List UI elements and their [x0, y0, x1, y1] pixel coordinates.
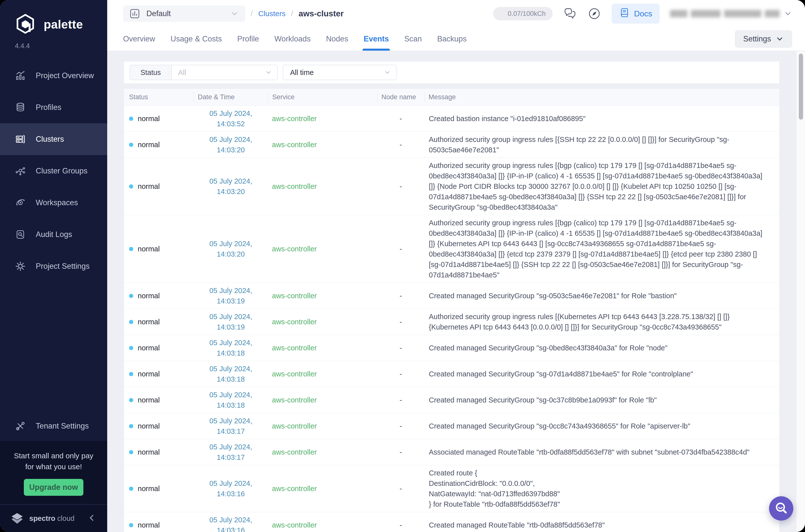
- chevron-down-icon: [784, 10, 792, 18]
- chevron-down-icon: [265, 65, 272, 80]
- service-cell: aws-controller: [268, 139, 377, 150]
- status-filter-select[interactable]: Status All: [130, 65, 278, 80]
- node-name-cell: -: [377, 181, 424, 192]
- sidebar-item-profiles[interactable]: Profiles: [0, 92, 107, 123]
- sidebar-item-project-settings[interactable]: Project Settings: [0, 250, 107, 282]
- time-line: 14:03:17: [194, 452, 268, 462]
- time-range-select[interactable]: All time: [283, 65, 397, 80]
- tab-backups[interactable]: Backups: [437, 27, 467, 51]
- message-cell: Created bastion instance "i-01ed91810af0…: [424, 113, 779, 124]
- sidebar-item-clusters[interactable]: Clusters: [0, 123, 107, 155]
- message-cell: Authorized security group ingress rules …: [424, 160, 779, 212]
- node-name-cell: -: [377, 447, 424, 457]
- status-dot-icon: [129, 294, 133, 298]
- sidebar-spacer: [0, 282, 107, 411]
- message-cell: Created managed SecurityGroup "sg-0bed8e…: [424, 343, 779, 353]
- table-row: normal05 July 2024,14:03:16aws-controlle…: [124, 512, 779, 532]
- tab-events[interactable]: Events: [364, 27, 389, 51]
- sidebar-item-project-overview[interactable]: Project Overview: [0, 60, 107, 92]
- palette-logo-icon: [14, 13, 37, 36]
- status-label: normal: [138, 290, 160, 301]
- settings-button[interactable]: Settings: [735, 30, 792, 48]
- date-cell: 05 July 2024,14:03:20: [194, 134, 268, 155]
- tab-nodes[interactable]: Nodes: [326, 27, 348, 51]
- node-name-cell: -: [377, 421, 424, 431]
- top-header: Default / Clusters / aws-cluster 0.07/10…: [107, 0, 805, 27]
- service-cell: aws-controller: [268, 520, 377, 530]
- message-cell: Created managed SecurityGroup "sg-07d1a4…: [424, 369, 779, 379]
- sidebar-footer: spectro cloud: [0, 504, 107, 532]
- message-cell: Created route { DestinationCidrBlock: "0…: [424, 468, 779, 509]
- node-name-cell: -: [377, 520, 424, 530]
- column-header-status: Status: [124, 92, 194, 102]
- message-cell: Associated managed RouteTable "rtb-0dfa8…: [424, 447, 779, 457]
- status-cell: normal: [124, 139, 194, 150]
- table-row: normal05 July 2024,14:03:20aws-controlle…: [124, 215, 779, 283]
- table-row: normal05 July 2024,14:03:18aws-controlle…: [124, 335, 779, 361]
- status-dot-icon: [129, 487, 133, 491]
- breadcrumb-current: aws-cluster: [299, 9, 344, 18]
- service-cell: aws-controller: [268, 113, 377, 124]
- status-dot-icon: [129, 247, 133, 251]
- node-name-cell: -: [377, 483, 424, 494]
- service-cell: aws-controller: [268, 181, 377, 192]
- docs-button[interactable]: Docs: [612, 4, 659, 23]
- status-label: normal: [138, 421, 160, 431]
- sidebar-item-audit-logs[interactable]: Audit Logs: [0, 218, 107, 250]
- help-search-fab[interactable]: [769, 496, 793, 520]
- breadcrumb-clusters-link[interactable]: Clusters: [258, 10, 286, 18]
- time-line: 14:03:52: [194, 119, 268, 129]
- gear-icon: [14, 260, 26, 272]
- tab-profile[interactable]: Profile: [237, 27, 259, 51]
- date-cell: 05 July 2024,14:03:52: [194, 108, 268, 129]
- compass-icon[interactable]: [587, 7, 601, 21]
- date-cell: 05 July 2024,14:03:20: [194, 176, 268, 197]
- message-cell: Created managed SecurityGroup "sg-0cc8c7…: [424, 421, 779, 431]
- sidebar-item-label: Profiles: [36, 103, 61, 112]
- node-name-cell: -: [377, 113, 424, 124]
- status-cell: normal: [124, 290, 194, 301]
- chevron-down-icon: [775, 35, 784, 43]
- service-cell: aws-controller: [268, 290, 377, 301]
- tab-usage-costs[interactable]: Usage & Costs: [171, 27, 222, 51]
- usage-counter: 0.07/100kCh: [493, 7, 553, 20]
- status-dot-icon: [129, 184, 133, 189]
- network-icon: [14, 165, 26, 177]
- scrollbar-thumb[interactable]: [799, 54, 803, 120]
- project-selector[interactable]: Default: [123, 5, 245, 22]
- status-dot-icon: [129, 424, 133, 428]
- sidebar-item-cluster-groups[interactable]: Cluster Groups: [0, 155, 107, 187]
- time-line: 14:03:18: [194, 400, 268, 411]
- node-name-cell: -: [377, 244, 424, 254]
- chart-line-icon: [14, 70, 26, 82]
- tab-workloads[interactable]: Workloads: [274, 27, 311, 51]
- sidebar-item-label: Clusters: [36, 135, 64, 144]
- node-name-cell: -: [377, 395, 424, 405]
- version-label: 4.4.4: [0, 36, 107, 50]
- collapse-sidebar-icon[interactable]: [87, 513, 97, 524]
- sidebar: palette 4.4.4 Project Overview: [0, 0, 107, 532]
- message-cell: Created managed SecurityGroup "sg-0503c5…: [424, 290, 779, 301]
- breadcrumb-separator: /: [251, 9, 253, 18]
- date-line: 05 July 2024,: [194, 134, 268, 145]
- tab-overview[interactable]: Overview: [123, 27, 155, 51]
- status-cell: normal: [124, 113, 194, 124]
- date-cell: 05 July 2024,14:03:18: [194, 363, 268, 384]
- sidebar-item-workspaces[interactable]: Workspaces: [0, 187, 107, 218]
- message-cell: Authorized security group ingress rules …: [424, 217, 779, 280]
- column-header-message: Message: [424, 92, 779, 102]
- date-cell: 05 July 2024,14:03:20: [194, 239, 268, 259]
- column-header-service: Service: [268, 92, 377, 102]
- date-line: 05 July 2024,: [194, 363, 268, 374]
- date-line: 05 July 2024,: [194, 338, 268, 348]
- chat-icon[interactable]: [563, 7, 577, 21]
- tab-scan[interactable]: Scan: [404, 27, 422, 51]
- sidebar-item-label: Audit Logs: [36, 230, 72, 239]
- main-area: Default / Clusters / aws-cluster 0.07/10…: [107, 0, 805, 532]
- user-menu[interactable]: [670, 10, 792, 18]
- sidebar-item-tenant-settings[interactable]: Tenant Settings: [0, 411, 107, 441]
- status-dot-icon: [129, 320, 133, 324]
- upgrade-now-button[interactable]: Upgrade now: [24, 479, 83, 496]
- vertical-scrollbar[interactable]: [797, 51, 805, 532]
- status-label: normal: [138, 483, 160, 494]
